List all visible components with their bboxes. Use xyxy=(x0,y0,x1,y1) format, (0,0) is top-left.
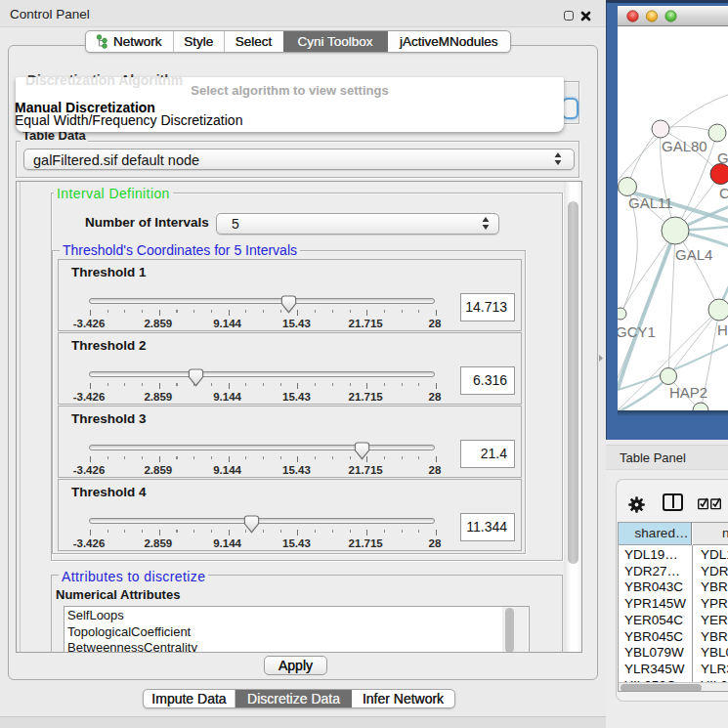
svg-text:GAL4: GAL4 xyxy=(675,246,712,263)
svg-text:H: H xyxy=(717,321,728,338)
svg-text:GCY1: GCY1 xyxy=(618,323,656,340)
svg-text:GA: GA xyxy=(717,150,728,166)
svg-text:HAP2: HAP2 xyxy=(669,384,707,401)
svg-text:GAL11: GAL11 xyxy=(628,194,673,211)
svg-text:GAL80: GAL80 xyxy=(662,138,707,154)
svg-text:C: C xyxy=(719,185,728,201)
